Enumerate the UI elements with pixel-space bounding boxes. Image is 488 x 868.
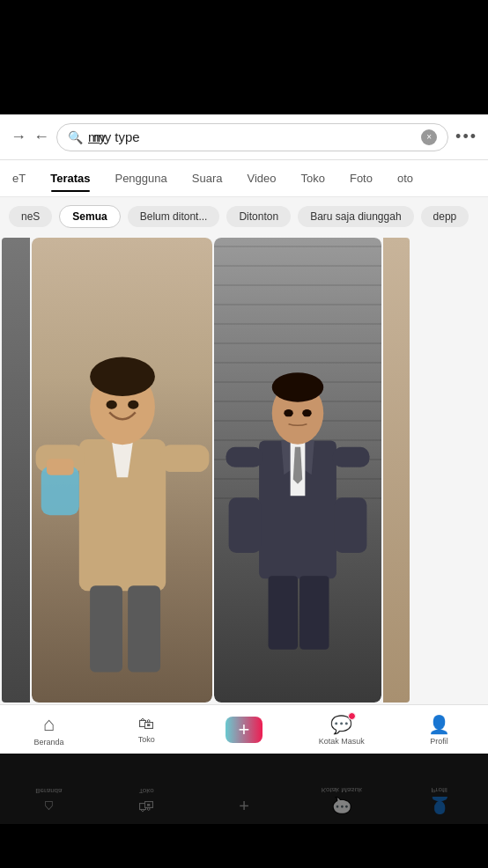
refl-label-1: Beranda	[35, 787, 62, 795]
svg-rect-24	[335, 498, 367, 554]
svg-rect-22	[333, 447, 370, 467]
category-tabs: eT Teratas Pengguna Suara Video Toko Fot…	[0, 160, 488, 197]
refl-icon-1: ⌂	[44, 797, 54, 815]
top-black-bar	[0, 0, 488, 114]
refl-item-4: 💬 Kotak Masuk	[292, 786, 390, 815]
svg-rect-11	[128, 585, 160, 672]
video-card-partial-right[interactable]	[383, 238, 410, 702]
nav-create[interactable]: +	[196, 717, 293, 743]
sub-tab-nes[interactable]: neS	[9, 206, 52, 227]
tab-video[interactable]: Video	[234, 165, 288, 192]
browser-bar: → ← 🔍 my my type × •••	[0, 114, 488, 160]
search-bar[interactable]: 🔍 my my type ×	[56, 123, 448, 151]
svg-point-5	[128, 401, 138, 409]
svg-rect-23	[229, 498, 262, 554]
sub-tab-ditonton[interactable]: Ditonton	[226, 206, 291, 227]
plus-icon: +	[239, 718, 250, 741]
clear-icon: ×	[426, 132, 432, 142]
sub-tab-belum[interactable]: Belum ditont...	[128, 206, 220, 227]
inbox-badge	[348, 712, 356, 720]
tab-foto[interactable]: Foto	[337, 165, 385, 192]
nav-inbox[interactable]: 💬 Kotak Masuk	[292, 714, 390, 746]
svg-rect-26	[299, 576, 329, 650]
nav-shop[interactable]: 🛍 Toko	[98, 715, 196, 744]
svg-point-19	[284, 409, 292, 416]
nav-reflection: ⌂ Beranda 🛍 Toko + 💬 Kotak Masuk 👤 Profi…	[0, 754, 488, 824]
inbox-label: Kotak Masuk	[319, 737, 365, 746]
tab-teratas[interactable]: Teratas	[38, 165, 102, 192]
refl-icon-4: 💬	[332, 796, 351, 815]
svg-rect-25	[269, 576, 298, 650]
video-card-partial-left[interactable]	[2, 238, 30, 702]
sub-tab-semua[interactable]: Semua	[59, 205, 120, 228]
profile-label: Profil	[430, 737, 448, 746]
inbox-icon: 💬	[330, 714, 352, 735]
refl-label-5: Profil	[431, 786, 447, 794]
clear-button[interactable]: ×	[421, 129, 437, 145]
sub-tab-baru[interactable]: Baru saja diunggah	[298, 206, 413, 227]
svg-point-4	[106, 401, 116, 409]
nav-profile[interactable]: 👤 Profil	[390, 714, 488, 746]
video-grid	[0, 236, 488, 704]
refl-label-2: Toko	[139, 787, 154, 795]
tab-suara[interactable]: Suara	[180, 165, 235, 192]
svg-rect-10	[90, 585, 122, 672]
dots-menu-right[interactable]: •••	[455, 128, 477, 146]
refl-icon-2: 🛍	[138, 797, 154, 815]
search-query-text: my type	[93, 129, 140, 144]
refl-item-1: ⌂ Beranda	[0, 787, 98, 815]
refl-item-2: 🛍 Toko	[98, 787, 196, 815]
create-button[interactable]: +	[226, 717, 262, 743]
bottom-nav: ⌂ Beranda 🛍 Toko + 💬 Kotak Masuk 👤 Profi…	[0, 704, 488, 754]
home-icon: ⌂	[43, 713, 55, 736]
bottom-black-bar: ⌂ Beranda 🛍 Toko + 💬 Kotak Masuk 👤 Profi…	[0, 754, 488, 868]
shop-icon: 🛍	[138, 715, 154, 733]
nav-home[interactable]: ⌂ Beranda	[0, 713, 98, 747]
refl-label-4: Kotak Masuk	[322, 786, 362, 794]
shop-label: Toko	[138, 735, 155, 744]
search-icon: 🔍	[68, 130, 83, 144]
video-card-man-suit[interactable]	[214, 238, 381, 702]
svg-rect-9	[46, 459, 73, 474]
video-card-man-casual[interactable]	[32, 238, 212, 702]
tab-toko[interactable]: Toko	[288, 165, 336, 192]
sub-tab-depp[interactable]: depp	[421, 206, 470, 227]
tab-et[interactable]: eT	[0, 165, 38, 192]
phone-screen: → ← 🔍 my my type × ••• eT Teratas Penggu…	[0, 114, 488, 754]
tab-pengguna[interactable]: Pengguna	[102, 165, 179, 192]
profile-icon: 👤	[428, 714, 450, 735]
refl-item-5: 👤 Profil	[390, 786, 488, 815]
svg-rect-21	[226, 447, 262, 467]
forward-arrow[interactable]: →	[11, 128, 26, 146]
svg-point-20	[302, 409, 311, 416]
svg-point-18	[272, 372, 324, 401]
refl-item-3: +	[196, 795, 293, 815]
search-query: my my type	[88, 129, 416, 144]
home-label: Beranda	[33, 738, 63, 747]
tab-oto[interactable]: oto	[385, 165, 425, 192]
sub-filter-tabs: neS Semua Belum ditont... Ditonton Baru …	[0, 197, 488, 236]
refl-icon-3: +	[239, 795, 249, 815]
svg-rect-7	[160, 445, 209, 472]
svg-point-3	[90, 357, 155, 395]
back-arrow[interactable]: ←	[33, 128, 49, 146]
refl-icon-5: 👤	[430, 796, 449, 815]
